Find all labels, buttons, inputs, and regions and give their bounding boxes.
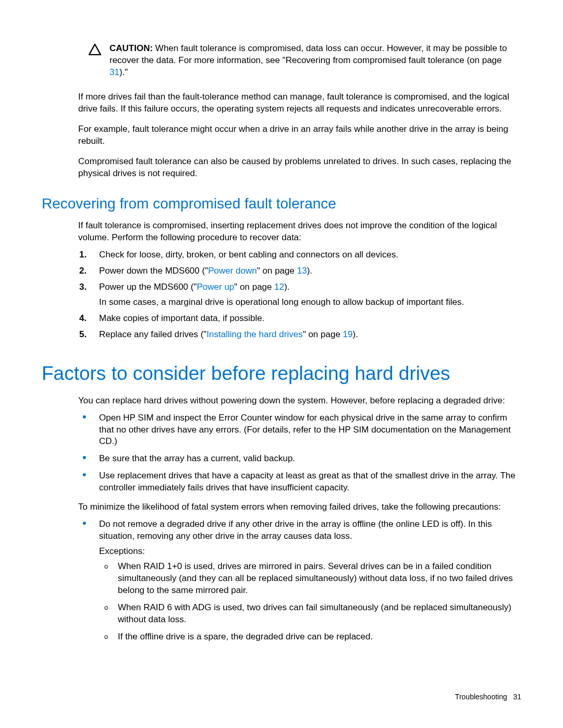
- step-text: ).: [307, 266, 312, 276]
- caution-body-1: When fault tolerance is compromised, dat…: [109, 43, 507, 65]
- step-text: Replace any failed drives (": [99, 329, 206, 339]
- page-footer: Troubleshooting 31: [455, 692, 521, 702]
- list-item-text: Do not remove a degraded drive if any ot…: [99, 519, 492, 541]
- step-text: Power down the MDS600 (": [99, 266, 208, 276]
- page-link[interactable]: 19: [343, 329, 353, 339]
- footer-page-number: 31: [513, 693, 521, 701]
- list-item: Use replacement drives that have a capac…: [99, 470, 521, 494]
- step-text: Power up the MDS600 (": [99, 282, 197, 292]
- step-text: ).: [353, 329, 358, 339]
- exceptions-label: Exceptions:: [99, 546, 521, 558]
- step-5: Replace any failed drives ("Installing t…: [99, 329, 521, 341]
- step-2: Power down the MDS600 ("Power down" on p…: [99, 265, 521, 277]
- step-3-note: In some cases, a marginal drive is opera…: [99, 297, 521, 309]
- footer-section: Troubleshooting: [455, 693, 507, 701]
- caution-callout: CAUTION: When fault tolerance is comprom…: [89, 43, 521, 79]
- recovering-steps-list: Check for loose, dirty, broken, or bent …: [78, 249, 521, 341]
- heading-recovering: Recovering from compromised fault tolera…: [42, 194, 521, 214]
- power-up-link[interactable]: Power up: [197, 282, 234, 292]
- step-text: " on page: [257, 266, 297, 276]
- exception-item: If the offline drive is a spare, the deg…: [118, 631, 521, 643]
- caution-text: CAUTION: When fault tolerance is comprom…: [109, 43, 521, 79]
- caution-label: CAUTION:: [109, 43, 153, 53]
- step-text: " on page: [303, 329, 343, 339]
- heading-factors: Factors to consider before replacing har…: [42, 361, 521, 387]
- page-link[interactable]: 12: [274, 282, 284, 292]
- caution-page-link[interactable]: 31: [109, 67, 119, 77]
- step-text: " on page: [234, 282, 274, 292]
- precautions-intro: To minimize the likelihood of fatal syst…: [78, 501, 521, 513]
- list-item: Open HP SIM and inspect the Error Counte…: [99, 412, 521, 448]
- page-link[interactable]: 13: [297, 266, 307, 276]
- power-down-link[interactable]: Power down: [208, 266, 257, 276]
- paragraph: For example, fault tolerance might occur…: [78, 124, 521, 147]
- step-text: Make copies of important data, if possib…: [99, 313, 265, 323]
- step-1: Check for loose, dirty, broken, or bent …: [99, 249, 521, 261]
- exception-item: When RAID 1+0 is used, drives are mirror…: [118, 561, 521, 597]
- list-item: Do not remove a degraded drive if any ot…: [99, 519, 521, 643]
- factors-list-1: Open HP SIM and inspect the Error Counte…: [78, 412, 521, 495]
- step-text: Check for loose, dirty, broken, or bent …: [99, 250, 398, 260]
- page: CAUTION: When fault tolerance is comprom…: [0, 0, 563, 728]
- factors-intro: You can replace hard drives without powe…: [78, 395, 521, 407]
- step-4: Make copies of important data, if possib…: [99, 313, 521, 325]
- paragraph: If more drives fail than the fault-toler…: [78, 91, 521, 115]
- list-item: Be sure that the array has a current, va…: [99, 453, 521, 465]
- step-text: ).: [284, 282, 289, 292]
- step-3: Power up the MDS600 ("Power up" on page …: [99, 281, 521, 309]
- exception-item: When RAID 6 with ADG is used, two drives…: [118, 602, 521, 626]
- factors-list-2: Do not remove a degraded drive if any ot…: [78, 519, 521, 643]
- recovering-intro: If fault tolerance is compromised, inser…: [78, 220, 521, 244]
- exceptions-list: When RAID 1+0 is used, drives are mirror…: [99, 561, 521, 643]
- paragraph: Compromised fault tolerance can also be …: [78, 156, 521, 180]
- installing-drives-link[interactable]: Installing the hard drives: [206, 329, 302, 339]
- caution-icon: [89, 44, 101, 59]
- caution-body-2: ).": [119, 67, 128, 77]
